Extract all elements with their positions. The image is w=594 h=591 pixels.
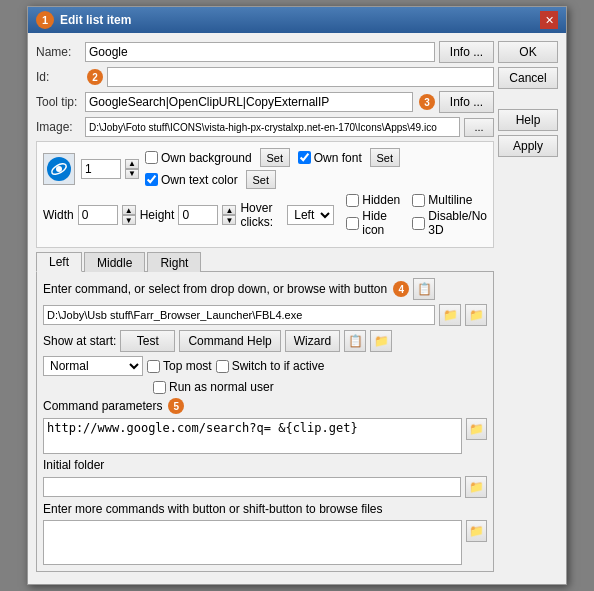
image-browse-button[interactable]: ... <box>464 118 494 137</box>
cancel-button[interactable]: Cancel <box>498 67 558 89</box>
run-normal-check[interactable]: Run as normal user <box>153 380 274 394</box>
more-commands-input[interactable] <box>43 520 462 565</box>
multiline-check[interactable]: Multiline <box>412 193 487 207</box>
hover-clicks-select[interactable]: Left <box>287 205 334 225</box>
run-normal-row: Run as normal user <box>153 380 487 394</box>
own-background-checkbox[interactable] <box>145 151 158 164</box>
own-font-set-button[interactable]: Set <box>370 148 400 167</box>
wizard-button[interactable]: Wizard <box>285 330 340 352</box>
own-text-color-check[interactable]: Own text color <box>145 173 238 187</box>
titlebar: 1 Edit list item ✕ <box>28 7 566 33</box>
tooltip-input[interactable] <box>85 92 413 112</box>
multiline-label: Multiline <box>428 193 472 207</box>
right-checks: Hidden Hide icon <box>346 193 400 237</box>
icon-area: ▲ ▼ Own background Set <box>43 148 487 189</box>
spin-up-button[interactable]: ▲ <box>125 159 139 169</box>
close-button[interactable]: ✕ <box>540 11 558 29</box>
main-content: Name: Info ... Id: 2 Tool tip: 3 <box>36 41 558 576</box>
test-button[interactable]: Test <box>120 330 175 352</box>
switch-active-checkbox[interactable] <box>216 360 229 373</box>
app-icon <box>43 153 75 185</box>
tooltip-info-button[interactable]: Info ... <box>439 91 494 113</box>
name-label: Name: <box>36 45 81 59</box>
own-font-check[interactable]: Own font <box>298 151 362 165</box>
svg-point-2 <box>56 166 62 172</box>
initial-folder-label-row: Initial folder <box>43 458 487 472</box>
width-down-button[interactable]: ▼ <box>122 215 136 225</box>
dialog: 1 Edit list item ✕ Name: Info ... Id: 2 <box>27 6 567 585</box>
own-text-color-label: Own text color <box>161 173 238 187</box>
initial-folder-input[interactable] <box>43 477 461 497</box>
params-input[interactable]: http://www.google.com/search?q= &{clip.g… <box>43 418 462 454</box>
own-background-label: Own background <box>161 151 252 165</box>
command-input[interactable] <box>43 305 435 325</box>
hidden-checkbox[interactable] <box>346 194 359 207</box>
top-most-check[interactable]: Top most <box>147 359 212 373</box>
command-browse-btn[interactable]: 📁 <box>439 304 461 326</box>
hide-icon-checkbox[interactable] <box>346 217 359 230</box>
hidden-check[interactable]: Hidden <box>346 193 400 207</box>
help-button[interactable]: Help <box>498 109 558 131</box>
width-input[interactable] <box>78 205 118 225</box>
height-down-button[interactable]: ▼ <box>222 215 236 225</box>
disable3d-check[interactable]: Disable/No 3D <box>412 209 487 237</box>
more-commands-browse-btn[interactable]: 📁 <box>466 520 487 542</box>
params-badge: 5 <box>168 398 184 414</box>
title-badge: 1 <box>36 11 54 29</box>
initial-folder-browse-btn[interactable]: 📁 <box>465 476 487 498</box>
initial-folder-input-row: 📁 <box>43 476 487 498</box>
hide-icon-check[interactable]: Hide icon <box>346 209 400 237</box>
top-most-label: Top most <box>163 359 212 373</box>
side-buttons: OK Cancel Help Apply <box>498 41 558 576</box>
more-commands-section: Enter more commands with button or shift… <box>43 502 487 565</box>
command-input-row: 📁 📁 <box>43 304 487 326</box>
command-badge: 4 <box>393 281 409 297</box>
id-input[interactable] <box>107 67 494 87</box>
image-input[interactable] <box>85 117 460 137</box>
own-text-color-checkbox[interactable] <box>145 173 158 186</box>
height-input[interactable] <box>178 205 218 225</box>
name-info-button[interactable]: Info ... <box>439 41 494 63</box>
spin-input[interactable] <box>81 159 121 179</box>
height-up-button[interactable]: ▲ <box>222 205 236 215</box>
run-normal-checkbox[interactable] <box>153 381 166 394</box>
name-input[interactable] <box>85 42 435 62</box>
image-row: Image: ... <box>36 117 494 137</box>
switch-active-check[interactable]: Switch to if active <box>216 359 325 373</box>
command-extra-btn2[interactable]: 📁 <box>465 304 487 326</box>
titlebar-left: 1 Edit list item <box>36 11 131 29</box>
own-text-set-button[interactable]: Set <box>246 170 276 189</box>
normal-select[interactable]: Normal <box>43 356 143 376</box>
command-extra-btn1[interactable]: 📋 <box>413 278 435 300</box>
width-up-button[interactable]: ▲ <box>122 205 136 215</box>
own-background-check[interactable]: Own background <box>145 151 252 165</box>
disable3d-checkbox[interactable] <box>412 217 425 230</box>
spin-arrows: ▲ ▼ <box>125 159 139 179</box>
command-instruction-row: Enter command, or select from drop down,… <box>43 278 487 300</box>
command-help-button[interactable]: Command Help <box>179 330 280 352</box>
top-most-checkbox[interactable] <box>147 360 160 373</box>
ok-button[interactable]: OK <box>498 41 558 63</box>
tab-right[interactable]: Right <box>147 252 201 272</box>
checkbox-col: Own background Set Own font Set <box>145 148 400 189</box>
show-at-start-row: Show at start: Test Command Help Wizard … <box>43 330 487 352</box>
apply-button[interactable]: Apply <box>498 135 558 157</box>
name-row: Name: Info ... <box>36 41 494 63</box>
initial-folder-section: Initial folder 📁 <box>43 458 487 498</box>
run-normal-label: Run as normal user <box>169 380 274 394</box>
own-font-checkbox[interactable] <box>298 151 311 164</box>
show-extra-btn[interactable]: 📋 <box>344 330 366 352</box>
params-label-row: Command parameters 5 <box>43 398 487 414</box>
tab-left[interactable]: Left <box>36 252 82 272</box>
more-commands-label-row: Enter more commands with button or shift… <box>43 502 487 516</box>
show-extra-btn2[interactable]: 📁 <box>370 330 392 352</box>
own-text-row: Own text color Set <box>145 170 400 189</box>
params-browse-btn[interactable]: 📁 <box>466 418 487 440</box>
spin-down-button[interactable]: ▼ <box>125 169 139 179</box>
own-bg-set-button[interactable]: Set <box>260 148 290 167</box>
tabs: Left Middle Right <box>36 252 494 272</box>
switch-active-label: Switch to if active <box>232 359 325 373</box>
tab-middle[interactable]: Middle <box>84 252 145 272</box>
dialog-body: Name: Info ... Id: 2 Tool tip: 3 <box>28 33 566 584</box>
multiline-checkbox[interactable] <box>412 194 425 207</box>
